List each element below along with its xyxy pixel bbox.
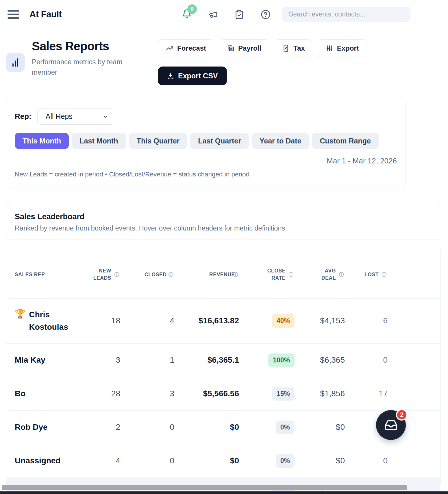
cell-revenue: $6,365.1	[174, 346, 239, 375]
bar-chart-icon	[10, 57, 21, 68]
export-button[interactable]: Export	[318, 39, 367, 57]
cell-new-leads: 3	[90, 346, 120, 375]
col-close-rate[interactable]: Close Rate	[239, 267, 295, 282]
rep-name: Mia Kay	[15, 354, 45, 366]
rep-select[interactable]: All Reps	[37, 108, 114, 125]
rep-name: Rob Dye	[15, 421, 48, 433]
export-csv-label: Export CSV	[178, 72, 218, 80]
col-closed[interactable]: Closed	[120, 271, 174, 278]
cell-avg-deal: $0	[295, 446, 345, 475]
period-pill[interactable]: Custom Range	[312, 133, 378, 149]
app-title: At Fault	[29, 9, 62, 20]
close-rate-badge: 100%	[268, 353, 295, 367]
col-sales-rep[interactable]: Sales Rep	[6, 271, 90, 278]
table-row[interactable]: Bo 28 3 $5,566.56 15% $1,856 17	[6, 377, 440, 411]
rep-select-value: All Reps	[46, 112, 73, 121]
table-header-row: Sales Rep New Leads Closed Revenue Close…	[6, 239, 440, 298]
info-icon	[338, 272, 344, 277]
cell-avg-deal: $1,856	[295, 379, 345, 408]
leaderboard-rows: 🏆 Chris Kostoulas 18 4 $16,613.82 40% $4…	[6, 298, 440, 478]
cell-new-leads: 28	[90, 379, 120, 408]
close-rate-badge: 40%	[272, 314, 295, 328]
period-pill[interactable]: Last Month	[72, 133, 126, 149]
inbox-icon	[384, 419, 398, 432]
cell-new-leads: 4	[90, 446, 120, 475]
info-icon	[288, 272, 294, 277]
report-tile	[6, 53, 25, 72]
page-title: Sales Reports	[32, 39, 147, 53]
page-subtitle: Performance metrics by team member	[32, 57, 136, 78]
info-icon	[381, 272, 387, 277]
cell-closed: 0	[120, 413, 174, 442]
col-revenue[interactable]: Revenue	[174, 271, 239, 278]
table-row[interactable]: Rob Dye 2 0 $0 0% $0 0	[6, 411, 440, 444]
export-label: Export	[337, 44, 359, 52]
notification-count-badge: 6	[187, 4, 197, 14]
close-rate-badge: 15%	[272, 387, 295, 401]
payroll-label: Payroll	[238, 44, 261, 52]
cell-closed: 0	[120, 446, 174, 475]
notifications-button[interactable]: 6	[182, 9, 192, 20]
period-filters: This MonthLast MonthThis QuarterLast Qua…	[15, 133, 397, 149]
help-icon[interactable]	[261, 10, 271, 19]
page-actions: Forecast Payroll Tax Export Export CSV	[158, 39, 369, 85]
info-icon	[233, 272, 238, 277]
close-rate-badge: 0%	[276, 421, 295, 434]
cell-avg-deal: $6,365	[295, 346, 345, 375]
cell-avg-deal: $4,153	[295, 306, 345, 335]
chat-button[interactable]: 2	[376, 410, 406, 440]
table-row[interactable]: 🏆 Chris Kostoulas 18 4 $16,613.82 40% $4…	[6, 298, 440, 344]
payroll-button[interactable]: Payroll	[219, 39, 269, 57]
forecast-label: Forecast	[177, 44, 206, 52]
table-row[interactable]: Mia Kay 3 1 $6,365.1 100% $6,365 0	[6, 344, 440, 377]
rep-label: Rep:	[15, 112, 32, 121]
rep-name: Bo	[15, 387, 25, 400]
cell-lost: 6	[345, 306, 388, 335]
cell-new-leads: 18	[90, 306, 120, 335]
table-row[interactable]: Unassigned 4 0 $0 0% $0 0	[6, 444, 440, 478]
col-new-leads[interactable]: New Leads	[90, 267, 120, 282]
chevron-down-icon	[102, 113, 109, 120]
info-icon	[114, 272, 120, 277]
cell-closed: 3	[120, 379, 174, 408]
cell-closed: 1	[120, 346, 174, 375]
filter-card: Rep: All Reps This MonthLast MonthThis Q…	[6, 98, 406, 189]
cell-revenue: $5,566.56	[174, 379, 239, 408]
hamburger-menu-icon[interactable]	[8, 10, 19, 19]
info-icon	[168, 272, 174, 277]
forecast-button[interactable]: Forecast	[158, 39, 214, 57]
search-input[interactable]	[282, 7, 410, 22]
period-pill[interactable]: Year to Date	[252, 133, 309, 149]
cell-lost: 0	[345, 346, 388, 375]
cell-lost: 17	[345, 379, 388, 408]
export-csv-button[interactable]: Export CSV	[158, 67, 227, 85]
tax-label: Tax	[293, 44, 305, 52]
megaphone-icon[interactable]	[208, 10, 218, 19]
date-range: Mar 1 - Mar 12, 2026	[15, 156, 397, 165]
leaderboard-subtitle: Ranked by revenue from booked events. Ho…	[15, 224, 431, 232]
tax-button[interactable]: Tax	[274, 39, 313, 57]
cell-revenue: $0	[174, 413, 239, 442]
cell-closed: 4	[120, 306, 174, 335]
download-icon	[167, 72, 174, 80]
trending-up-icon	[166, 45, 173, 52]
cell-lost: 0	[345, 446, 388, 475]
col-lost[interactable]: Lost	[345, 271, 388, 278]
leaderboard-title: Sales Leaderboard	[15, 212, 431, 221]
period-pill[interactable]: This Quarter	[129, 133, 188, 149]
rep-name: Unassigned	[15, 454, 59, 467]
banknotes-icon	[227, 45, 234, 52]
horizontal-scrollbar-thumb[interactable]	[2, 485, 407, 490]
close-rate-badge: 0%	[276, 454, 295, 468]
clipboard-check-icon[interactable]	[234, 10, 244, 19]
cell-new-leads: 2	[90, 413, 120, 442]
vertical-scrollbar-track[interactable]	[440, 249, 440, 485]
rep-name: Chris Kostoulas	[29, 308, 73, 333]
period-pill[interactable]: Last Quarter	[190, 133, 249, 149]
trophy-icon: 🏆	[15, 308, 25, 319]
sliders-icon	[326, 45, 333, 52]
page-header: Sales Reports Performance metrics by tea…	[6, 39, 442, 85]
col-avg-deal[interactable]: Avg Deal	[295, 267, 345, 282]
period-pill[interactable]: This Month	[15, 133, 69, 149]
app-bar: At Fault 6	[0, 0, 448, 29]
